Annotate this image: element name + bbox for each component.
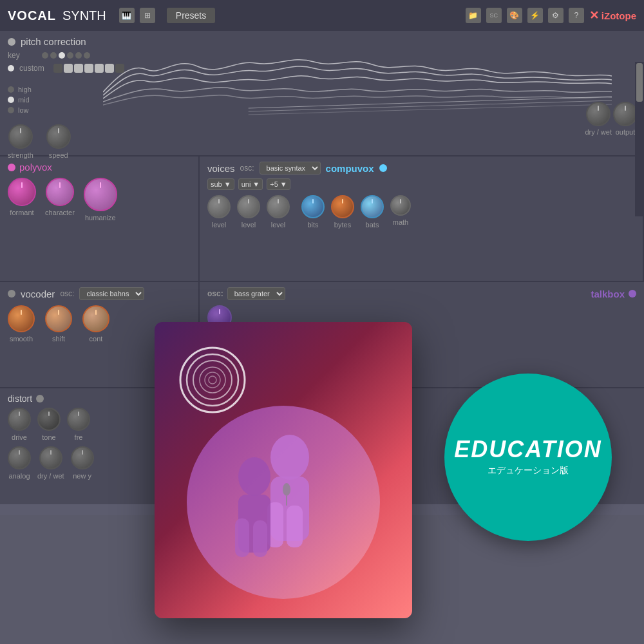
- uni-dropdown[interactable]: uni ▼: [238, 178, 263, 190]
- shift-knob[interactable]: [45, 305, 72, 332]
- svg-point-10: [238, 457, 270, 496]
- distort-dry-wet-knob[interactable]: [39, 446, 62, 469]
- smooth-label: smooth: [10, 335, 33, 343]
- distort-power[interactable]: [36, 395, 44, 402]
- sc-icon[interactable]: SC: [486, 8, 502, 23]
- voices-dropdowns: sub ▼ uni ▼ +5 ▼: [207, 178, 635, 190]
- vocoder-title-row: vocoder osc: classic bahns: [8, 287, 191, 300]
- compuvox-knobs: bits bytes bats math: [301, 195, 411, 229]
- talkbox-power[interactable]: [629, 290, 636, 298]
- custom-dot-4[interactable]: [84, 64, 93, 73]
- vocoder-power[interactable]: [8, 290, 15, 298]
- talkbox-label: talkbox: [591, 289, 625, 299]
- high-dot[interactable]: [8, 86, 14, 93]
- mid-dot[interactable]: [8, 97, 14, 103]
- dry-wet-knob[interactable]: [586, 102, 611, 126]
- vocoder-osc-select[interactable]: classic bahns: [79, 287, 144, 300]
- compuvox-title: compuvox: [326, 163, 374, 174]
- talkbox-osc-select[interactable]: bass grater: [227, 287, 285, 300]
- output-knob[interactable]: [613, 102, 638, 126]
- pitch-title: pitch correction: [21, 36, 86, 47]
- analog-label: analog: [8, 472, 30, 480]
- bluetooth-icon[interactable]: ⚡: [527, 8, 543, 23]
- level2-group: level: [237, 195, 260, 229]
- synth-row: polyvox formant character humanize: [0, 156, 644, 282]
- scrollbar-thumb[interactable]: [636, 63, 643, 102]
- fre-knob[interactable]: [67, 408, 90, 431]
- voices-osc-select[interactable]: basic syntax: [260, 162, 321, 175]
- svg-rect-12: [235, 518, 249, 557]
- key-dot-4[interactable]: [67, 52, 73, 59]
- cont-knob[interactable]: [82, 305, 109, 332]
- custom-indicator[interactable]: [8, 65, 14, 71]
- polyvox-label: polyvox: [19, 162, 52, 173]
- math-label: math: [393, 218, 408, 226]
- help-icon[interactable]: ?: [569, 8, 584, 23]
- logo-synth: SYNTH: [62, 8, 106, 23]
- bytes-label: bytes: [334, 221, 351, 229]
- math-knob[interactable]: [390, 195, 411, 216]
- gear-icon[interactable]: ⚙: [548, 8, 564, 23]
- custom-dot-1[interactable]: [53, 64, 62, 73]
- svg-rect-13: [253, 520, 267, 557]
- polyvox-power[interactable]: [8, 164, 15, 171]
- custom-dot-3[interactable]: [74, 64, 83, 73]
- tone-label: tone: [42, 433, 55, 441]
- character-label: character: [45, 209, 75, 216]
- pitch-correction-section: pitch correction key cus: [0, 31, 644, 156]
- humanize-label: humanize: [85, 214, 116, 222]
- low-dot[interactable]: [8, 107, 14, 113]
- product-box-bg: [155, 322, 412, 618]
- level2-label: level: [242, 221, 256, 229]
- level2-knob[interactable]: [237, 195, 260, 218]
- plus5-dropdown[interactable]: +5 ▼: [267, 178, 290, 190]
- bytes-knob[interactable]: [331, 195, 354, 218]
- strength-knob[interactable]: [8, 124, 33, 149]
- key-dot-2[interactable]: [50, 52, 57, 59]
- color-icon[interactable]: 🎨: [507, 8, 522, 23]
- shift-group: shift: [45, 305, 72, 343]
- new-y-knob[interactable]: [71, 446, 94, 469]
- custom-dot-2[interactable]: [64, 64, 73, 73]
- grid-icon[interactable]: ⊞: [140, 8, 155, 23]
- speed-knob[interactable]: [46, 124, 71, 149]
- product-box: [155, 322, 412, 618]
- key-dot-3[interactable]: [59, 52, 65, 59]
- key-label: key: [8, 51, 37, 60]
- bats-group: bats: [361, 195, 384, 229]
- bats-knob[interactable]: [361, 195, 384, 218]
- svg-point-5: [209, 376, 216, 384]
- tone-knob[interactable]: [37, 408, 61, 431]
- smooth-group: smooth: [8, 305, 35, 343]
- custom-dot-5[interactable]: [95, 64, 104, 73]
- drive-knob[interactable]: [8, 408, 31, 431]
- drive-group: drive: [8, 408, 31, 441]
- key-dot-6[interactable]: [84, 52, 90, 59]
- pitch-controls: key custom: [8, 51, 636, 159]
- header-icons: 🎹 ⊞: [119, 8, 155, 23]
- key-dot-5[interactable]: [75, 52, 82, 59]
- speed-group: speed: [46, 124, 71, 159]
- key-dot-1[interactable]: [42, 52, 48, 59]
- presets-button[interactable]: Presets: [167, 8, 215, 23]
- pitch-power-button[interactable]: [8, 38, 15, 46]
- custom-label: custom: [19, 64, 48, 73]
- smooth-knob[interactable]: [8, 305, 35, 332]
- piano-icon[interactable]: 🎹: [119, 8, 135, 23]
- output-label: output: [616, 128, 636, 136]
- formant-knob[interactable]: [8, 178, 36, 206]
- folder-icon[interactable]: 📁: [466, 8, 481, 23]
- voices-header: voices osc: basic syntax compuvox: [207, 162, 635, 175]
- bits-knob[interactable]: [301, 195, 325, 218]
- sub-dropdown[interactable]: sub ▼: [207, 178, 234, 190]
- analog-knob[interactable]: [8, 446, 31, 469]
- level3-group: level: [267, 195, 290, 229]
- level1-knob[interactable]: [207, 195, 231, 218]
- level3-knob[interactable]: [267, 195, 290, 218]
- tone-group: tone: [37, 408, 61, 441]
- character-knob[interactable]: [46, 178, 74, 206]
- izotope-logo: ✕ iZotope: [589, 8, 636, 23]
- humanize-knob[interactable]: [84, 178, 117, 211]
- compuvox-power[interactable]: [379, 164, 387, 172]
- scrollbar[interactable]: [635, 62, 644, 216]
